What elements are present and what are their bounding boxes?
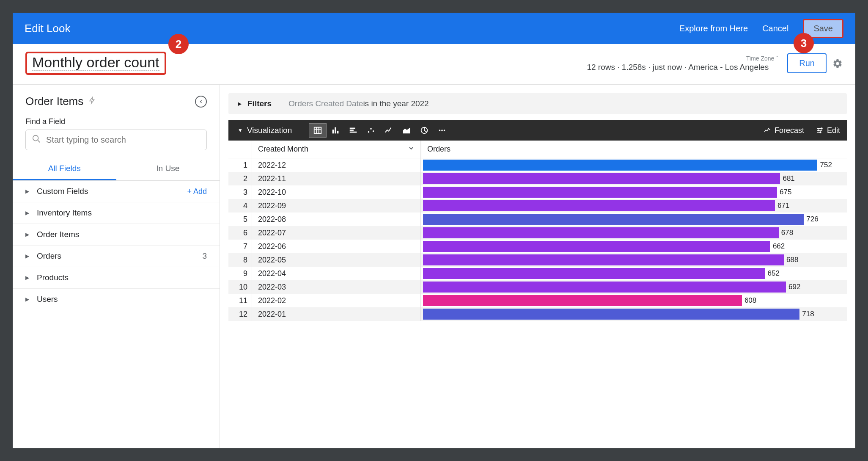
orders-bar (423, 200, 775, 211)
viz-more-icon[interactable] (433, 123, 451, 138)
search-icon (32, 134, 41, 146)
explore-name: Order Items (25, 95, 83, 108)
table-row[interactable]: 52022-08726 (228, 213, 847, 226)
table-row[interactable]: 112022-02608 (228, 294, 847, 307)
cell-orders: 662 (421, 240, 847, 253)
look-header: Monthly order count 2 Time Zone ˅ 12 row… (13, 44, 855, 85)
viz-pie-icon[interactable] (415, 123, 433, 138)
filters-bar[interactable]: ▶ Filters Orders Created Date is in the … (228, 93, 847, 114)
viz-table-icon[interactable] (309, 123, 327, 138)
cell-orders: 652 (421, 267, 847, 280)
caret-right-icon: ▶ (238, 101, 242, 107)
look-title[interactable]: Monthly order count (32, 54, 159, 71)
cell-created-month: 2022-06 (252, 240, 421, 253)
search-input[interactable] (46, 135, 201, 145)
field-group-products[interactable]: ▶ Products (13, 267, 220, 289)
svg-point-9 (370, 128, 372, 130)
orders-value: 688 (786, 256, 798, 264)
table-header: Created Month Orders (228, 141, 847, 158)
viz-column-icon[interactable] (327, 123, 344, 138)
svg-point-12 (439, 130, 441, 131)
cancel-link[interactable]: Cancel (762, 24, 788, 33)
app-window: Edit Look Explore from Here Cancel Save … (12, 12, 856, 449)
field-group-users[interactable]: ▶ Users (13, 289, 220, 310)
gear-icon[interactable] (832, 58, 843, 69)
caret-right-icon: ▶ (25, 296, 29, 302)
cell-orders: 692 (421, 280, 847, 294)
cell-created-month: 2022-02 (252, 294, 421, 307)
find-field-label: Find a Field (13, 112, 220, 130)
table-row[interactable]: 92022-04652 (228, 267, 847, 280)
query-status-text: 12 rows · 1.258s · just now · America - … (587, 63, 769, 72)
field-tabs: All Fields In Use (13, 158, 220, 181)
field-group-label: Custom Fields (37, 187, 88, 196)
look-title-highlight: Monthly order count (25, 52, 166, 75)
filter-field-name: Orders Created Date (288, 99, 363, 108)
orders-bar (423, 214, 804, 225)
tab-all-fields[interactable]: All Fields (13, 158, 116, 180)
table-row[interactable]: 102022-03692 (228, 280, 847, 294)
add-custom-field-link[interactable]: + Add (187, 187, 207, 196)
svg-point-14 (444, 130, 445, 131)
orders-bar (423, 282, 786, 293)
viz-scatter-icon[interactable] (362, 123, 380, 138)
collapse-sidebar-button[interactable] (195, 96, 207, 108)
field-group-custom-fields[interactable]: ▶ Custom Fields + Add (13, 181, 220, 202)
viz-bar-icon[interactable] (344, 123, 362, 138)
tab-in-use[interactable]: In Use (116, 158, 220, 180)
orders-value: 662 (773, 242, 785, 251)
caret-right-icon: ▶ (25, 232, 29, 237)
title-bar-title: Edit Look (25, 22, 70, 35)
search-input-wrap[interactable] (25, 130, 207, 150)
caret-down-icon[interactable]: ▼ (238, 127, 243, 133)
viz-edit-label: Edit (827, 126, 840, 135)
viz-area-icon[interactable] (398, 123, 415, 138)
timezone-label[interactable]: Time Zone ˅ (587, 55, 779, 62)
viz-edit-button[interactable]: Edit (816, 126, 840, 135)
caret-right-icon: ▶ (25, 275, 29, 281)
viz-line-icon[interactable] (380, 123, 398, 138)
table-row[interactable]: 22022-11681 (228, 172, 847, 185)
orders-value: 678 (781, 229, 793, 237)
svg-rect-6 (350, 130, 354, 131)
bolt-icon[interactable] (88, 96, 96, 108)
orders-value: 752 (820, 161, 832, 169)
svg-rect-3 (335, 127, 336, 134)
svg-point-16 (818, 130, 819, 131)
svg-point-0 (33, 135, 38, 141)
svg-point-17 (820, 132, 821, 133)
table-row[interactable]: 122022-01718 (228, 307, 847, 321)
cell-created-month: 2022-03 (252, 280, 421, 294)
orders-value: 608 (744, 296, 756, 305)
field-group-order-items[interactable]: ▶ Order Items (13, 224, 220, 246)
cell-created-month: 2022-04 (252, 267, 421, 280)
title-bar: Edit Look Explore from Here Cancel Save … (13, 13, 855, 44)
svg-point-8 (368, 131, 370, 133)
explore-from-here-link[interactable]: Explore from Here (679, 24, 748, 33)
orders-value: 681 (783, 174, 794, 183)
svg-point-10 (373, 130, 374, 132)
table-row[interactable]: 82022-05688 (228, 253, 847, 267)
row-number: 3 (228, 185, 252, 199)
callout-badge-2: 2 (168, 34, 189, 54)
cell-created-month: 2022-08 (252, 213, 421, 226)
column-header-created-month[interactable]: Created Month (252, 141, 421, 158)
table-row[interactable]: 42022-09671 (228, 199, 847, 213)
svg-rect-5 (350, 128, 355, 129)
table-row[interactable]: 12022-12752 (228, 158, 847, 172)
run-button[interactable]: Run (787, 53, 827, 73)
field-group-orders[interactable]: ▶ Orders 3 (13, 246, 220, 267)
field-group-label: Users (37, 295, 58, 304)
orders-value: 652 (767, 269, 779, 278)
forecast-button[interactable]: Forecast (764, 126, 804, 135)
table-row[interactable]: 62022-07678 (228, 226, 847, 240)
row-number: 12 (228, 307, 252, 321)
table-row[interactable]: 72022-06662 (228, 240, 847, 253)
field-group-inventory-items[interactable]: ▶ Inventory Items (13, 202, 220, 224)
orders-value: 671 (777, 202, 789, 210)
cell-orders: 752 (421, 158, 847, 172)
main-area: ▶ Filters Orders Created Date is in the … (220, 85, 855, 448)
orders-bar (423, 160, 817, 171)
table-row[interactable]: 32022-10675 (228, 185, 847, 199)
column-header-orders[interactable]: Orders (421, 141, 847, 158)
